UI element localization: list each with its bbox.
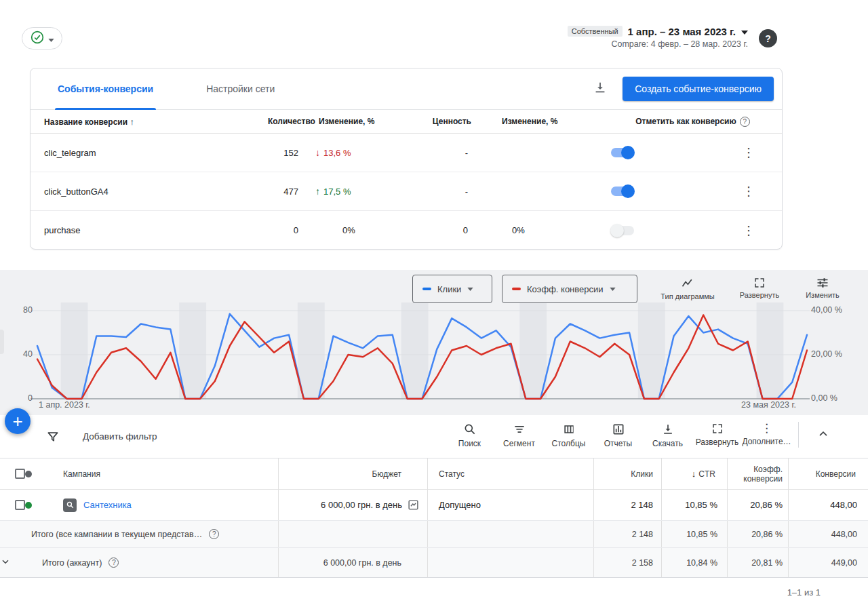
col-value-change[interactable]: Изменение, % <box>502 117 604 126</box>
conversion-status-filter-button[interactable] <box>22 27 62 50</box>
mark-as-conversion-toggle[interactable] <box>610 184 635 198</box>
sort-desc-icon: ↓ <box>692 469 696 479</box>
help-outline-icon[interactable]: ? <box>108 557 119 568</box>
mark-as-conversion-toggle[interactable] <box>610 146 635 159</box>
columns-icon <box>562 423 576 436</box>
col-conversion-name: Название конверсии <box>44 117 127 127</box>
right-axis-tick: 40,00 % <box>811 305 842 315</box>
search-icon <box>463 423 477 436</box>
expand-tool-button[interactable]: Развернуть <box>692 420 742 447</box>
caret-down-icon[interactable] <box>741 25 748 37</box>
account-conv-rate: 20,81 % <box>727 548 788 577</box>
col-status[interactable]: Статус <box>427 458 593 489</box>
select-all-checkbox[interactable] <box>15 469 25 479</box>
reports-tool-button[interactable]: Отчеты <box>593 420 643 448</box>
arrow-up-icon: ↑ <box>315 186 320 197</box>
date-range-picker[interactable]: 1 апр. – 23 мая 2023 г. <box>628 26 736 37</box>
search-campaign-icon <box>63 498 77 512</box>
totals-ctr: 10,85 % <box>661 521 727 547</box>
conversion-row-click-buttonga4: click_buttonGA4 477 ↑17,5 % - ⋮ <box>31 172 782 211</box>
col-count[interactable]: Количество <box>268 117 315 126</box>
col-budget[interactable]: Бюджет <box>278 458 427 489</box>
col-ctr[interactable]: ↓ CTR <box>661 458 727 489</box>
arrow-down-icon: ↓ <box>315 147 320 158</box>
chart-box-icon <box>612 423 625 436</box>
metric-picker-conv-rate[interactable]: Коэфф. конверсии <box>502 275 637 303</box>
create-conversion-button[interactable]: Создать событие-конверсию <box>623 77 774 101</box>
col-conversions[interactable]: Конверсии <box>788 458 868 489</box>
totals-row-account: Итого (аккаунт) ? 6 000,00 грн. в день 2… <box>0 548 868 578</box>
campaigns-table: Кампания Бюджет Статус Клики ↓ CTR Коэфф… <box>0 458 868 578</box>
col-conv-rate[interactable]: Коэфф.конверсии <box>727 458 788 489</box>
totals-row-current-view: Итого (все кампании в текущем представ… … <box>0 521 868 548</box>
date-range-block: Собственный 1 апр. – 23 мая 2023 г. Comp… <box>568 25 748 49</box>
download-icon[interactable] <box>593 80 608 98</box>
download-tool-button[interactable]: Скачать <box>643 420 692 448</box>
change-value: 0% <box>315 225 424 235</box>
caret-down-icon <box>610 288 616 291</box>
row-menu-kebab-icon[interactable]: ⋮ <box>743 146 755 159</box>
sort-asc-icon: ↑ <box>130 117 134 127</box>
bid-strategy-chart-icon[interactable] <box>408 499 419 511</box>
tab-network-settings[interactable]: Настройки сети <box>203 68 277 110</box>
campaign-clicks: 2 148 <box>593 490 661 520</box>
pagination-label: 1–1 из 1 <box>787 587 821 598</box>
table-footer: 1–1 из 1 <box>0 578 868 607</box>
col-change[interactable]: Изменение, % <box>315 117 424 126</box>
toolbar-divider <box>798 422 799 448</box>
caret-down-icon <box>48 33 54 45</box>
side-panel-handle[interactable] <box>0 330 4 354</box>
conversion-value: 0 <box>424 225 502 235</box>
account-clicks: 2 158 <box>593 548 661 577</box>
conversion-value: - <box>424 187 502 197</box>
add-filter-button[interactable]: Добавить фильтр <box>83 431 157 442</box>
help-button[interactable]: ? <box>759 29 777 47</box>
conversion-value: - <box>424 148 502 158</box>
columns-tool-button[interactable]: Столбцы <box>544 420 593 448</box>
col-value[interactable]: Ценность <box>424 117 502 126</box>
add-fab-button[interactable]: + <box>5 408 31 434</box>
series-color-dash <box>422 288 431 290</box>
campaign-status-dot <box>25 502 32 509</box>
account-ctr: 10,84 % <box>661 548 727 577</box>
conversion-name: click_buttonGA4 <box>31 187 268 197</box>
change-value: 17,5 % <box>323 187 351 197</box>
row-menu-kebab-icon[interactable]: ⋮ <box>743 184 755 198</box>
tune-icon <box>816 277 829 289</box>
help-outline-icon[interactable]: ? <box>209 529 219 539</box>
chart-expand-button[interactable]: Развернуть <box>731 277 788 299</box>
chevron-down-icon[interactable] <box>0 556 11 569</box>
help-outline-icon[interactable]: ? <box>740 117 750 127</box>
conversions-table-header: Название конверсии ↑ Количество Изменени… <box>31 110 782 134</box>
download-icon <box>661 423 675 436</box>
campaign-conversions: 448,00 <box>788 490 868 520</box>
account-conversions: 449,00 <box>788 548 868 577</box>
collapse-table-button[interactable] <box>808 420 838 441</box>
caret-down-icon <box>467 288 473 291</box>
col-clicks[interactable]: Клики <box>593 458 661 489</box>
col-mark-as-conversion: Отметить как конверсию <box>635 117 736 126</box>
chart-type-button[interactable]: Тип диаграммы <box>659 277 716 300</box>
filter-funnel-icon[interactable] <box>46 430 60 444</box>
conversions-card: События-конверсии Настройки сети Создать… <box>30 68 783 250</box>
view-badge: Собственный <box>568 26 623 37</box>
campaign-conv-rate: 20,86 % <box>727 490 788 520</box>
left-axis-tick: 40 <box>14 349 33 359</box>
totals-conv-rate: 20,86 % <box>727 521 788 547</box>
chart-edit-button[interactable]: Изменить <box>794 277 851 299</box>
mark-as-conversion-toggle[interactable] <box>610 224 635 237</box>
right-axis-tick: 0,00 % <box>811 393 837 403</box>
segment-tool-button[interactable]: Сегмент <box>494 420 544 448</box>
campaign-row-santekhnika: Сантехника 6 000,00 грн. в день Допущено… <box>0 490 868 521</box>
col-campaign[interactable]: Кампания <box>32 469 100 479</box>
campaign-ctr: 10,85 % <box>661 490 727 520</box>
status-dot-header <box>25 471 32 477</box>
row-checkbox[interactable] <box>15 500 25 510</box>
tab-conversion-events[interactable]: События-конверсии <box>55 68 156 110</box>
search-tool-button[interactable]: Поиск <box>445 420 494 448</box>
more-tool-button[interactable]: ⋮ Дополните… <box>742 420 791 446</box>
table-toolbar: Добавить фильтр Поиск Сегмент Столбцы От… <box>0 415 868 458</box>
campaign-name-link[interactable]: Сантехника <box>83 500 132 510</box>
row-menu-kebab-icon[interactable]: ⋮ <box>743 224 755 237</box>
metric-picker-clicks[interactable]: Клики <box>412 275 492 303</box>
